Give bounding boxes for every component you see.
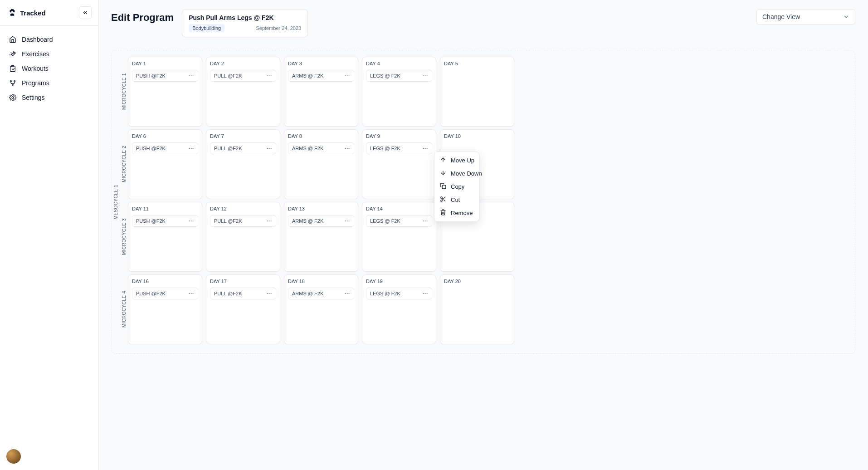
more-icon[interactable]: ···	[189, 73, 194, 78]
day-title: DAY 11	[132, 206, 198, 211]
svg-line-11	[444, 200, 445, 201]
workout-label: PULL @F2K	[214, 146, 242, 151]
workout-chip[interactable]: PUSH @F2K···	[132, 215, 198, 227]
workout-chip[interactable]: LEGS @ F2K···	[366, 215, 432, 227]
workout-chip[interactable]: PULL @F2K···	[210, 215, 276, 227]
day-title: DAY 18	[288, 279, 354, 284]
day-card[interactable]: DAY 7PULL @F2K···	[206, 129, 280, 199]
svg-rect-7	[442, 185, 446, 189]
workout-label: ARMS @ F2K	[292, 73, 323, 78]
workout-chip[interactable]: ARMS @ F2K···	[288, 70, 354, 82]
context-menu-item[interactable]: Cut	[434, 193, 479, 206]
more-icon[interactable]: ···	[345, 218, 350, 224]
days-wrap: DAY 6PUSH @F2K···DAY 7PULL @F2K···DAY 8A…	[128, 129, 514, 199]
day-title: DAY 10	[444, 133, 510, 139]
workout-chip[interactable]: PUSH @F2K···	[132, 142, 198, 154]
program-card[interactable]: Push Pull Arms Legs @ F2K Bodybuilding S…	[182, 9, 308, 37]
brand[interactable]: Tracked	[8, 9, 46, 17]
workout-label: PULL @F2K	[214, 291, 242, 296]
workout-label: ARMS @ F2K	[292, 218, 323, 224]
workout-chip[interactable]: PULL @F2K···	[210, 142, 276, 154]
cut-icon	[440, 196, 446, 204]
nav-item-workouts[interactable]: Workouts	[5, 61, 93, 76]
day-card[interactable]: DAY 17PULL @F2K···	[206, 274, 280, 344]
day-card[interactable]: DAY 19LEGS @ F2K···	[362, 274, 436, 344]
program-tag: Bodybuilding	[189, 24, 224, 32]
day-title: DAY 5	[444, 61, 510, 66]
context-menu-label: Move Down	[451, 170, 482, 177]
workout-chip[interactable]: ARMS @ F2K···	[288, 288, 354, 299]
microcycle-label: MICROCYCLE 2	[120, 129, 128, 199]
workout-chip[interactable]: LEGS @ F2K···	[366, 288, 432, 299]
clipboard-icon	[9, 65, 16, 72]
day-card[interactable]: DAY 13ARMS @ F2K···	[284, 202, 358, 272]
nav-item-settings[interactable]: Settings	[5, 90, 93, 105]
more-icon[interactable]: ···	[345, 291, 350, 296]
view-select[interactable]: Change View	[756, 9, 855, 24]
day-title: DAY 17	[210, 279, 276, 284]
context-menu-item[interactable]: Move Down	[434, 167, 479, 180]
more-icon[interactable]: ···	[189, 291, 194, 296]
nav-item-dashboard[interactable]: Dashboard	[5, 32, 93, 47]
day-card[interactable]: DAY 8ARMS @ F2K···	[284, 129, 358, 199]
avatar[interactable]	[6, 449, 21, 464]
day-title: DAY 7	[210, 133, 276, 139]
more-icon[interactable]: ···	[345, 73, 350, 78]
workout-label: PUSH @F2K	[136, 73, 166, 78]
workout-label: ARMS @ F2K	[292, 146, 323, 151]
context-menu-item[interactable]: Move Up	[434, 154, 479, 167]
more-icon[interactable]: ···	[345, 146, 350, 151]
collapse-sidebar-button[interactable]	[79, 6, 92, 19]
more-icon[interactable]: ···	[267, 291, 272, 296]
more-icon[interactable]: ···	[423, 73, 428, 78]
workout-chip[interactable]: ARMS @ F2K···	[288, 142, 354, 154]
brand-label: Tracked	[20, 9, 46, 17]
day-card[interactable]: DAY 16PUSH @F2K···	[128, 274, 202, 344]
context-menu-item[interactable]: Copy	[434, 180, 479, 193]
nav-item-programs[interactable]: Programs	[5, 76, 93, 90]
day-card[interactable]: DAY 20	[440, 274, 514, 344]
workout-chip[interactable]: LEGS @ F2K···	[366, 142, 432, 154]
workout-chip[interactable]: ARMS @ F2K···	[288, 215, 354, 227]
arrow-down-icon	[440, 170, 446, 177]
workout-chip[interactable]: PUSH @F2K···	[132, 70, 198, 82]
nav-label: Programs	[22, 79, 49, 87]
workout-chip[interactable]: PUSH @F2K···	[132, 288, 198, 299]
day-title: DAY 4	[366, 61, 432, 66]
arrow-up-icon	[440, 157, 446, 164]
more-icon[interactable]: ···	[267, 146, 272, 151]
workout-chip[interactable]: PULL @F2K···	[210, 288, 276, 299]
more-icon[interactable]: ···	[423, 291, 428, 296]
more-icon[interactable]: ···	[189, 146, 194, 151]
day-card[interactable]: DAY 9LEGS @ F2K···Move UpMove DownCopyCu…	[362, 129, 436, 199]
more-icon[interactable]: ···	[267, 218, 272, 224]
more-icon[interactable]: ···	[267, 73, 272, 78]
day-card[interactable]: DAY 5	[440, 57, 514, 127]
nav-label: Dashboard	[22, 36, 53, 43]
nav-item-exercises[interactable]: Exercises	[5, 47, 93, 61]
workout-chip[interactable]: LEGS @ F2K···	[366, 70, 432, 82]
header-row: Edit Program Push Pull Arms Legs @ F2K B…	[98, 0, 868, 42]
day-card[interactable]: DAY 2PULL @F2K···	[206, 57, 280, 127]
day-card[interactable]: DAY 11PUSH @F2K···	[128, 202, 202, 272]
day-card[interactable]: DAY 14LEGS @ F2K···	[362, 202, 436, 272]
day-card[interactable]: DAY 1PUSH @F2K···	[128, 57, 202, 127]
day-card[interactable]: DAY 12PULL @F2K···	[206, 202, 280, 272]
day-card[interactable]: DAY 6PUSH @F2K···	[128, 129, 202, 199]
context-menu-item[interactable]: Remove	[434, 206, 479, 220]
more-icon[interactable]: ···	[423, 218, 428, 224]
day-card[interactable]: DAY 3ARMS @ F2K···	[284, 57, 358, 127]
wand-icon	[9, 50, 16, 58]
workout-chip[interactable]: PULL @F2K···	[210, 70, 276, 82]
microcycle-row: MICROCYCLE 4DAY 16PUSH @F2K···DAY 17PULL…	[120, 274, 514, 344]
day-title: DAY 12	[210, 206, 276, 211]
days-wrap: DAY 16PUSH @F2K···DAY 17PULL @F2K···DAY …	[128, 274, 514, 344]
day-card[interactable]: DAY 18ARMS @ F2K···	[284, 274, 358, 344]
context-menu-label: Remove	[451, 210, 473, 216]
day-title: DAY 13	[288, 206, 354, 211]
day-card[interactable]: DAY 4LEGS @ F2K···	[362, 57, 436, 127]
day-title: DAY 2	[210, 61, 276, 66]
more-icon[interactable]: ···	[189, 218, 194, 224]
workout-label: LEGS @ F2K	[370, 73, 400, 78]
more-icon[interactable]: ···	[423, 146, 428, 151]
